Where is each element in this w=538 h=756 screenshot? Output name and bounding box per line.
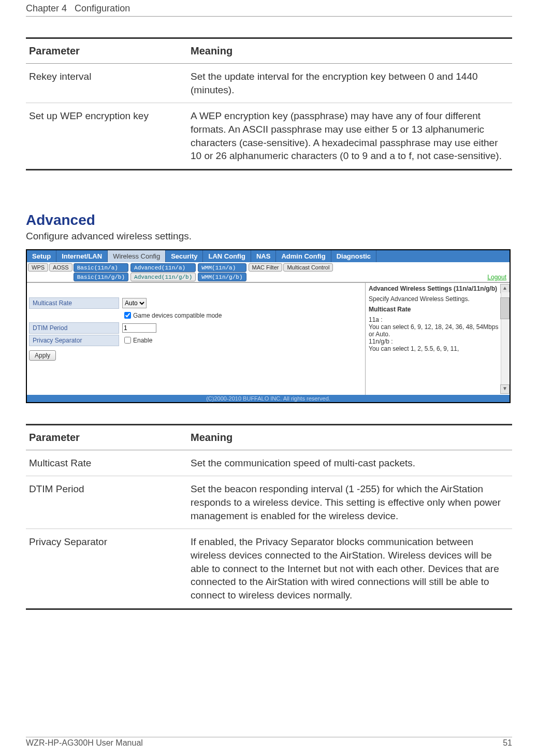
table-row: DTIM Period Set the beacon responding in… [26, 476, 512, 529]
param-meaning: Set the beacon responding interval (1 -2… [187, 476, 512, 529]
scroll-down-icon[interactable]: ▼ [500, 384, 510, 394]
col-meaning: Meaning [187, 424, 512, 450]
help-panel: ▲ ▼ Advanced Wireless Settings (11n/a/11… [365, 283, 510, 395]
param-meaning: If enabled, the Privacy Separator blocks… [187, 529, 512, 609]
parameter-table-1: Parameter Meaning Rekey interval Set the… [26, 37, 512, 170]
apply-button[interactable]: Apply [29, 350, 56, 361]
section-title: Advanced [26, 212, 512, 229]
help-text: 11n/g/b : [369, 338, 499, 345]
subtab-aoss[interactable]: AOSS [49, 263, 72, 272]
multicast-rate-label: Multicast Rate [29, 297, 119, 309]
settings-form: Multicast Rate Auto . Game devices compa… [27, 283, 365, 395]
chapter-header: Chapter 4 Configuration [26, 0, 512, 17]
manual-name: WZR-HP-AG300H User Manual [26, 738, 143, 748]
tab-admin-config[interactable]: Admin Config [276, 250, 331, 262]
param-name: DTIM Period [26, 476, 187, 529]
sub-tab-bar: WPS AOSS Basic(11n/a) Basic(11n/g/b) Adv… [27, 262, 510, 282]
subtab-basic-11na[interactable]: Basic(11n/a) [74, 263, 128, 272]
param-meaning: Set the update interval for the encrypti… [187, 64, 512, 103]
chapter-title: Configuration [75, 3, 130, 13]
subtab-mac-filter[interactable]: MAC Filter [249, 263, 283, 272]
main-tab-bar: Setup Internet/LAN Wireless Config Secur… [27, 250, 510, 262]
chapter-label: Chapter 4 [26, 3, 67, 13]
subtab-advanced-11ngb[interactable]: Advanced(11n/g/b) [130, 273, 196, 281]
game-mode-label: Game devices compatible mode [133, 312, 222, 319]
page-footer: WZR-HP-AG300H User Manual 51 [26, 737, 512, 748]
table-row: Privacy Separator If enabled, the Privac… [26, 529, 512, 609]
subtab-basic-11ngb[interactable]: Basic(11n/g/b) [74, 273, 128, 281]
col-parameter: Parameter [26, 424, 187, 450]
tab-internet-lan[interactable]: Internet/LAN [56, 250, 108, 262]
table-row: Set up WEP encryption key A WEP encrypti… [26, 103, 512, 170]
help-text: Specify Advanced Wireless Settings. [369, 295, 499, 303]
param-name: Multicast Rate [26, 450, 187, 476]
col-meaning: Meaning [187, 38, 512, 64]
tab-security[interactable]: Security [166, 250, 203, 262]
parameter-table-2: Parameter Meaning Multicast Rate Set the… [26, 424, 512, 610]
subtab-wps[interactable]: WPS [28, 263, 48, 272]
scroll-thumb[interactable] [500, 297, 510, 319]
privacy-separator-checkbox[interactable] [124, 337, 131, 344]
table-row: Rekey interval Set the update interval f… [26, 64, 512, 103]
help-text: 11a : [369, 316, 499, 323]
ui-copyright: (C)2000-2010 BUFFALO INC. All rights res… [27, 395, 510, 402]
dtim-label: DTIM Period [29, 322, 119, 334]
tab-lan-config[interactable]: LAN Config [203, 250, 251, 262]
subtab-wmm-11na[interactable]: WMM(11n/a) [198, 263, 246, 272]
dtim-input[interactable] [122, 323, 156, 333]
param-meaning: Set the communication speed of multi-cas… [187, 450, 512, 476]
param-name: Rekey interval [26, 64, 187, 103]
tab-diagnostic[interactable]: Diagnostic [331, 250, 376, 262]
help-text: You can select 6, 9, 12, 18, 24, 36, 48,… [369, 323, 499, 338]
subtab-advanced-11na[interactable]: Advanced(11n/a) [130, 263, 196, 272]
tab-wireless-config[interactable]: Wireless Config [108, 250, 166, 262]
multicast-rate-select[interactable]: Auto [122, 298, 147, 308]
help-title: Advanced Wireless Settings (11n/a/11n/g/… [369, 285, 499, 292]
help-subhead: Multicast Rate [369, 306, 499, 313]
game-mode-checkbox[interactable] [124, 312, 131, 319]
help-text: You can select 1, 2, 5.5, 6, 9, 11, [369, 345, 499, 352]
param-name: Privacy Separator [26, 529, 187, 609]
subtab-multicast-control[interactable]: Multicast Control [283, 263, 333, 272]
logout-link[interactable]: Logout [487, 274, 506, 281]
col-parameter: Parameter [26, 38, 187, 64]
router-ui-screenshot: Setup Internet/LAN Wireless Config Secur… [26, 249, 511, 403]
table-row: Multicast Rate Set the communication spe… [26, 450, 512, 476]
param-meaning: A WEP encryption key (passphrase) may ha… [187, 103, 512, 170]
tab-nas[interactable]: NAS [251, 250, 276, 262]
enable-label: Enable [133, 337, 152, 344]
param-name: Set up WEP encryption key [26, 103, 187, 170]
tab-setup[interactable]: Setup [27, 250, 56, 262]
section-subtitle: Configure advanced wireless settings. [26, 231, 512, 242]
subtab-wmm-11ngb[interactable]: WMM(11n/g/b) [198, 273, 246, 281]
page-number: 51 [503, 738, 512, 748]
privacy-separator-label: Privacy Separator [29, 335, 119, 346]
